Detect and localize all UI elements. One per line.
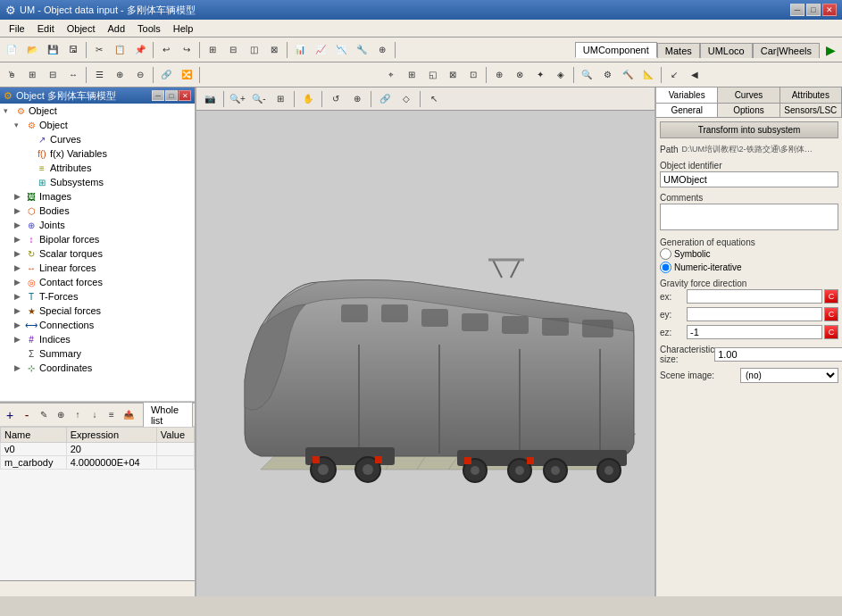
tree-item-attr[interactable]: ≡ Attributes [0,161,195,175]
tree-item-tforces[interactable]: ▶ T T-Forces [0,289,195,304]
tree-item-curves[interactable]: ↗ Curves [0,132,195,146]
open-button[interactable]: 📂 [22,40,42,60]
tab-sensors-lsc[interactable]: Sensors/LSC [780,104,842,117]
tb4-btn5[interactable]: ⊕ [372,40,392,60]
minimize-button[interactable]: ─ [790,4,804,16]
tb2-right15[interactable]: ◀ [685,65,704,85]
zoom-out-btn[interactable]: 🔍- [249,89,269,109]
tree-item-indices[interactable]: ▶ # Indices [0,332,195,346]
tree-item-contact[interactable]: ▶ ◎ Contact forces [0,275,195,289]
copy-var-btn[interactable]: ⊕ [53,405,69,425]
tb2-btn9[interactable]: 🔀 [177,65,196,85]
zoom-in-btn[interactable]: 🔍+ [228,89,247,109]
char-size-input[interactable] [714,347,842,362]
menu-file[interactable]: File [4,21,30,36]
add-var-btn[interactable]: + [2,405,18,425]
tb2-right10[interactable]: 🔍 [577,65,596,85]
obj-win-min[interactable]: ─ [152,90,164,101]
edit-var-btn[interactable]: ✎ [36,405,52,425]
maximize-button[interactable]: □ [806,4,821,16]
tb4-btn2[interactable]: 📈 [311,40,330,60]
tb2-right2[interactable]: ⊞ [402,65,421,85]
save-as-button[interactable]: 🖫 [63,40,83,60]
tb4-btn4[interactable]: 🔧 [352,40,371,60]
save-button[interactable]: 💾 [43,40,63,60]
tree-item-joints[interactable]: ▶ ⊕ Joints [0,218,195,232]
ez-c-button[interactable]: C [824,325,838,339]
tree-item-images[interactable]: ▶ 🖼 Images [0,189,195,204]
whole-list-tab[interactable]: Whole list [143,402,193,429]
pan-btn[interactable]: ✋ [298,89,318,109]
up-var-btn[interactable]: ↑ [70,405,86,425]
tb2-right9[interactable]: ◈ [551,65,571,85]
table-row[interactable]: v0 20 [1,443,195,456]
ex-input[interactable] [687,289,822,304]
tb2-btn6[interactable]: ⊕ [110,65,129,85]
menu-edit[interactable]: Edit [32,21,60,36]
viewport-content[interactable] [196,111,654,596]
menu-add[interactable]: Add [103,21,131,36]
obj-win-close[interactable]: ✕ [179,90,191,101]
scene-image-select[interactable]: (no) [740,368,838,383]
vp-link-btn[interactable]: 🔗 [375,89,395,109]
menu-help[interactable]: Help [168,21,199,36]
tb2-right13[interactable]: 📐 [638,65,658,85]
screenshot-btn[interactable]: 📷 [200,89,220,109]
tb4-btn3[interactable]: 📉 [331,40,351,60]
tree-item-conn[interactable]: ▶ ⟷ Connections [0,318,195,332]
tb2-btn1[interactable]: 🖱 [2,65,21,85]
obj-win-max[interactable]: □ [165,90,178,101]
ex-c-button[interactable]: C [824,289,838,304]
tab-variables[interactable]: Variables [656,87,718,103]
rotate-btn[interactable]: ↺ [326,89,346,109]
cut-button[interactable]: ✂ [89,40,109,60]
zoom-fit-btn[interactable]: ⊞ [271,89,290,109]
tab-curves[interactable]: Curves [718,87,779,103]
tree-item-object[interactable]: ▾ ⚙ Object [0,118,195,132]
tb2-right4[interactable]: ⊠ [443,65,463,85]
transform-subsystem-button[interactable]: Transform into subsystem [660,121,838,138]
tab-general[interactable]: General [656,104,718,117]
vp-btn2[interactable]: ◇ [396,89,416,109]
tree-item-vars[interactable]: f() f(x) Variables [0,146,195,161]
copy-button[interactable]: 📋 [110,40,129,60]
tab-attributes[interactable]: Attributes [780,87,842,103]
play-button[interactable]: ▶ [821,40,840,60]
menu-object[interactable]: Object [62,21,101,36]
paste-button[interactable]: 📌 [130,40,150,60]
tree-item-special[interactable]: ▶ ★ Special forces [0,304,195,318]
tb2-right5[interactable]: ⊡ [463,65,483,85]
tb2-btn7[interactable]: ⊖ [130,65,150,85]
radio-symbolic-input[interactable] [660,248,671,260]
tree-item-summary[interactable]: Σ Summary [0,346,195,361]
tab-options[interactable]: Options [718,104,779,117]
tb2-right11[interactable]: ⚙ [597,65,617,85]
tab-carwheels[interactable]: Car|Wheels [753,43,820,58]
ey-input[interactable] [687,307,822,321]
tb2-right3[interactable]: ◱ [422,65,442,85]
tb2-btn3[interactable]: ⊟ [43,65,63,85]
tree-item-coords[interactable]: ▶ ⊹ Coordinates [0,361,195,375]
tb2-right8[interactable]: ✦ [530,65,550,85]
tree-item-linear[interactable]: ▶ ↔ Linear forces [0,261,195,275]
tb2-right14[interactable]: ↙ [664,65,684,85]
tb2-right6[interactable]: ⊕ [489,65,509,85]
tree-item-scalar[interactable]: ▶ ↻ Scalar torques [0,246,195,261]
tb2-btn4[interactable]: ↔ [63,65,83,85]
tb3-btn4[interactable]: ⊠ [264,40,284,60]
tab-umcomponent[interactable]: UMComponent [575,42,657,58]
tb4-btn1[interactable]: 📊 [290,40,310,60]
export-var-btn[interactable]: 📤 [121,405,137,425]
tb2-btn2[interactable]: ⊞ [22,65,42,85]
comments-input[interactable] [660,204,838,230]
undo-button[interactable]: ↩ [156,40,176,60]
tb2-btn5[interactable]: ☰ [89,65,109,85]
tab-umloco[interactable]: UMLoco [700,43,753,58]
down-var-btn[interactable]: ↓ [87,405,103,425]
tb2-right7[interactable]: ⊗ [510,65,529,85]
tb3-btn1[interactable]: ⊞ [203,40,222,60]
new-button[interactable]: 📄 [2,40,21,60]
tree-item-sub[interactable]: ⊞ Subsystems [0,175,195,189]
sort-var-btn[interactable]: ≡ [104,405,120,425]
tb3-btn2[interactable]: ⊟ [223,40,243,60]
